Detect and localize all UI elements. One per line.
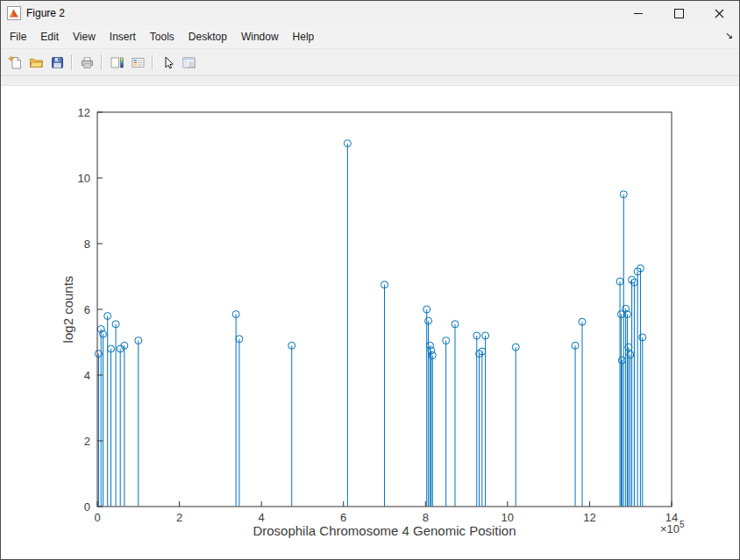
matlab-figure-icon	[7, 6, 21, 20]
menu-view[interactable]: View	[66, 25, 103, 48]
save-figure-button[interactable]	[46, 52, 68, 73]
y-tick-label: 4	[84, 369, 90, 382]
figure-toolbar	[1, 49, 739, 76]
x-tick-label: 10	[502, 511, 514, 524]
y-axis-label: log2 counts	[60, 276, 75, 344]
minimize-button[interactable]	[618, 1, 658, 25]
matlab-figure-window: Figure 2 File Edit View Insert Tools Des…	[0, 0, 740, 560]
x-tick-label: 0	[94, 511, 100, 524]
x-tick-label: 12	[583, 511, 595, 524]
x-tick-label: 2	[176, 511, 182, 524]
x-tick-label: 4	[259, 511, 265, 524]
insert-legend-button[interactable]	[127, 52, 148, 73]
y-tick-label: 10	[78, 172, 90, 185]
minimize-icon	[634, 13, 643, 14]
x-tick-label: 8	[423, 511, 429, 524]
y-tick-label: 2	[84, 435, 90, 448]
figure-canvas: 02468101214024681012Drosophila Chromosom…	[1, 86, 739, 560]
x-scale-label: ×105	[660, 520, 685, 535]
maximize-icon	[674, 9, 684, 18]
edit-plot-button[interactable]	[157, 52, 178, 73]
dock-figure-icon[interactable]: ↘	[725, 31, 733, 40]
menu-insert[interactable]: Insert	[103, 25, 143, 48]
new-figure-icon	[8, 55, 23, 70]
x-axis-label: Drosophila Chromosome 4 Genomic Position	[253, 523, 516, 538]
y-tick-label: 0	[84, 500, 90, 514]
menu-edit[interactable]: Edit	[33, 25, 66, 48]
toolbar-separator	[101, 54, 103, 70]
print-figure-button[interactable]	[76, 52, 97, 73]
edit-plot-cursor-icon	[160, 55, 175, 70]
maximize-button[interactable]	[658, 1, 699, 25]
x-tick-label: 6	[340, 511, 346, 524]
open-file-button[interactable]	[25, 52, 46, 73]
close-button[interactable]	[699, 1, 739, 25]
close-icon	[715, 9, 724, 18]
insert-colorbar-button[interactable]	[106, 52, 127, 73]
stem-plot[interactable]: 02468101214024681012Drosophila Chromosom…	[1, 86, 740, 559]
menu-window[interactable]: Window	[234, 25, 286, 48]
titlebar[interactable]: Figure 2	[1, 1, 739, 25]
window-title: Figure 2	[26, 7, 65, 19]
open-file-icon	[29, 55, 44, 70]
menubar: File Edit View Insert Tools Desktop Wind…	[1, 25, 739, 49]
y-tick-label: 8	[84, 237, 90, 251]
property-inspector-icon	[181, 55, 196, 70]
toolbar-separator	[71, 54, 73, 70]
menu-tools[interactable]: Tools	[143, 25, 181, 48]
menu-desktop[interactable]: Desktop	[181, 25, 234, 48]
insert-legend-icon	[131, 55, 146, 70]
y-tick-label: 6	[84, 303, 90, 316]
toolbar-lower-strip	[1, 76, 739, 86]
window-controls	[618, 1, 739, 25]
property-inspector-button[interactable]	[178, 52, 199, 73]
new-figure-button[interactable]	[4, 52, 25, 73]
toolbar-separator	[152, 54, 153, 70]
insert-colorbar-icon	[110, 55, 125, 70]
print-icon	[80, 55, 95, 70]
save-icon	[50, 55, 65, 70]
menu-help[interactable]: Help	[286, 25, 322, 48]
menu-file[interactable]: File	[3, 25, 33, 48]
y-tick-label: 12	[78, 106, 90, 119]
